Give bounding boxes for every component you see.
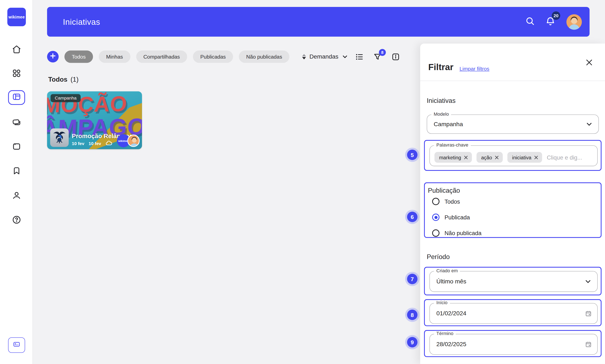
sidebar-item-notebook[interactable] [0, 142, 33, 151]
filter-button[interactable]: 8 [373, 52, 382, 61]
plus-icon [50, 53, 56, 61]
termino-highlight-box: Término 28/02/2025 [424, 330, 602, 357]
keywords-field[interactable]: Palavras-chave marketing ação iniciativa [429, 145, 598, 166]
modelo-label: Modelo [431, 111, 451, 117]
cloud-icon [106, 140, 113, 147]
termino-value: 28/02/2025 [436, 341, 466, 348]
filter-chip-bar: Todos Minhas Compartilhadas Publicadas N… [47, 51, 289, 63]
card-meta: 10 fev 10 fev [72, 140, 113, 147]
section-iniciativas: Iniciativas [427, 97, 456, 105]
tag-label: marketing [439, 155, 461, 160]
layers-icon [12, 117, 21, 127]
card-type-badge: Campanha [51, 94, 81, 102]
board-layout-icon [12, 92, 21, 103]
page-title: Iniciativas [63, 17, 100, 26]
chip-compartilhadas[interactable]: Compartilhadas [136, 51, 187, 63]
info-button[interactable] [391, 52, 400, 61]
tutorial-step-badge-9: 9 [407, 337, 418, 347]
chip-publicadas[interactable]: Publicadas [193, 51, 233, 63]
inicio-highlight-box: Início 01/02/2024 [424, 299, 602, 326]
criado-em-select[interactable]: Criado em Último mês [429, 271, 598, 292]
radio-unchecked-icon [432, 229, 440, 237]
active-filter-count-badge: 8 [379, 49, 386, 56]
app-root: wikimee Iniciativas [0, 0, 605, 364]
radio-label: Todos [444, 198, 460, 205]
criado-em-value: Último mês [436, 278, 466, 285]
keywords-label: Palavras-chave [434, 142, 471, 148]
chevron-down-icon [586, 121, 593, 128]
sidebar-item-decks[interactable] [0, 117, 33, 127]
user-icon [12, 191, 21, 200]
apps-grid-icon [12, 69, 21, 78]
add-initiative-button[interactable] [47, 51, 59, 62]
publicacao-highlight-box: Publicação Todos Publicada Não publicada [424, 182, 602, 238]
modelo-value: Campanha [434, 121, 463, 128]
remove-tag-icon[interactable] [464, 155, 468, 159]
initiative-card[interactable]: MOÇÃO ÂMPAGO Campanha Promoção Relâmpago… [47, 91, 142, 149]
bookmark-icon [12, 166, 21, 175]
inicio-value: 01/02/2024 [436, 310, 466, 317]
filter-panel-title: Filtrar [428, 62, 454, 73]
group-title-text: Todos [48, 76, 67, 84]
search-icon [525, 16, 535, 27]
view-actions: 8 [355, 49, 400, 65]
card-end-date: 10 fev [89, 141, 101, 145]
tutorial-step-badge-7: 7 [407, 274, 418, 284]
radio-option-nao-publicada[interactable]: Não publicada [432, 229, 482, 237]
chip-minhas[interactable]: Minhas [99, 51, 130, 63]
sidebar-item-initiatives-active[interactable] [8, 90, 25, 105]
radio-option-publicada[interactable]: Publicada [432, 214, 470, 221]
help-icon [12, 215, 21, 224]
card-panel-icon [12, 340, 21, 350]
termino-label: Término [434, 331, 456, 336]
keywords-tags: marketing ação iniciativa Clique e dig..… [434, 152, 582, 163]
group-count: (1) [71, 76, 79, 84]
chip-nao-publicadas[interactable]: Não publicadas [239, 51, 289, 63]
radio-unchecked-icon [432, 198, 440, 205]
keywords-input-placeholder[interactable]: Clique e dig... [547, 154, 582, 161]
sidebar-item-panel-toggle[interactable] [8, 337, 25, 353]
notebook-icon [12, 142, 21, 151]
sidebar-item-profile[interactable] [0, 191, 33, 200]
tag-label: ação [481, 155, 492, 160]
inicio-label: Início [434, 300, 450, 305]
list-view-button[interactable] [355, 52, 364, 61]
remove-tag-icon[interactable] [495, 155, 499, 159]
sidebar: wikimee [0, 0, 33, 364]
filter-panel-header: Filtrar Limpar filtros [420, 44, 605, 81]
notifications-button[interactable]: 20 [545, 16, 556, 28]
sort-control[interactable]: Demandas [302, 51, 348, 63]
avatar-shirt [569, 24, 579, 30]
inicio-date-field[interactable]: Início 01/02/2024 [429, 303, 598, 324]
chevron-down-icon [342, 53, 348, 60]
keywords-highlight-box: Palavras-chave marketing ação iniciativa [424, 140, 602, 171]
search-button[interactable] [525, 16, 535, 27]
sidebar-item-home[interactable] [0, 45, 33, 54]
card-collaborators: wikimee [117, 134, 140, 147]
chip-todos[interactable]: Todos [65, 51, 93, 63]
modelo-select[interactable]: Modelo Campanha [427, 115, 599, 134]
keyword-tag: iniciativa [508, 152, 542, 163]
radio-label: Não publicada [444, 230, 482, 236]
calendar-icon[interactable] [585, 310, 592, 317]
user-avatar[interactable] [566, 14, 582, 29]
sort-label: Demandas [309, 53, 338, 60]
clear-filters-link[interactable]: Limpar filtros [460, 66, 489, 72]
close-panel-button[interactable] [584, 58, 594, 68]
tutorial-step-badge-8: 8 [407, 310, 418, 320]
tutorial-step-badge-6: 6 [407, 212, 418, 222]
card-start-date: 10 fev [72, 141, 84, 145]
sidebar-item-help[interactable] [0, 215, 33, 224]
radio-checked-icon [432, 214, 440, 221]
remove-tag-icon[interactable] [534, 155, 538, 159]
radio-option-todos[interactable]: Todos [432, 198, 460, 205]
tag-label: iniciativa [512, 155, 531, 160]
calendar-icon[interactable] [585, 341, 592, 348]
mini-avatar-face [132, 138, 136, 143]
home-icon [12, 45, 21, 54]
termino-date-field[interactable]: Término 28/02/2025 [429, 334, 598, 355]
sidebar-item-bookmarks[interactable] [0, 166, 33, 175]
app-logo[interactable]: wikimee [7, 8, 26, 26]
sidebar-item-apps[interactable] [0, 69, 33, 78]
publicacao-title: Publicação [428, 187, 604, 195]
